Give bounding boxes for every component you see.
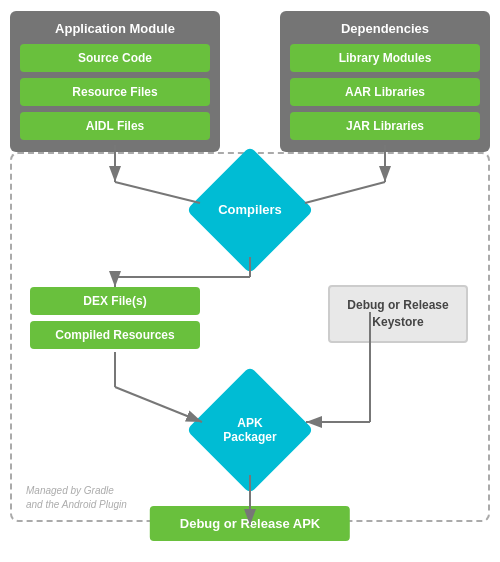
library-modules-btn: Library Modules	[290, 44, 480, 72]
gradle-label: Managed by Gradle and the Android Plugin	[26, 484, 127, 512]
aidl-files-btn: AIDL Files	[20, 112, 210, 140]
keystore-box: Debug or Release Keystore	[328, 285, 468, 343]
dependencies-title: Dependencies	[290, 21, 480, 36]
compilers-diamond-shape	[186, 146, 313, 273]
app-module-box: Application Module Source Code Resource …	[10, 11, 220, 152]
resource-files-btn: Resource Files	[20, 78, 210, 106]
top-section: Application Module Source Code Resource …	[10, 11, 490, 152]
source-code-btn: Source Code	[20, 44, 210, 72]
left-outputs: DEX File(s) Compiled Resources	[30, 287, 200, 349]
aar-libraries-btn: AAR Libraries	[290, 78, 480, 106]
dex-files-btn: DEX File(s)	[30, 287, 200, 315]
output-apk: Debug or Release APK	[150, 506, 350, 541]
app-module-title: Application Module	[20, 21, 210, 36]
diagram: Application Module Source Code Resource …	[10, 7, 490, 555]
compilers-diamond: Compilers	[165, 162, 335, 257]
compiled-resources-btn: Compiled Resources	[30, 321, 200, 349]
apk-packager-diamond: APK Packager	[165, 382, 335, 477]
dependencies-box: Dependencies Library Modules AAR Librari…	[280, 11, 490, 152]
jar-libraries-btn: JAR Libraries	[290, 112, 480, 140]
apk-packager-diamond-shape	[186, 366, 313, 493]
